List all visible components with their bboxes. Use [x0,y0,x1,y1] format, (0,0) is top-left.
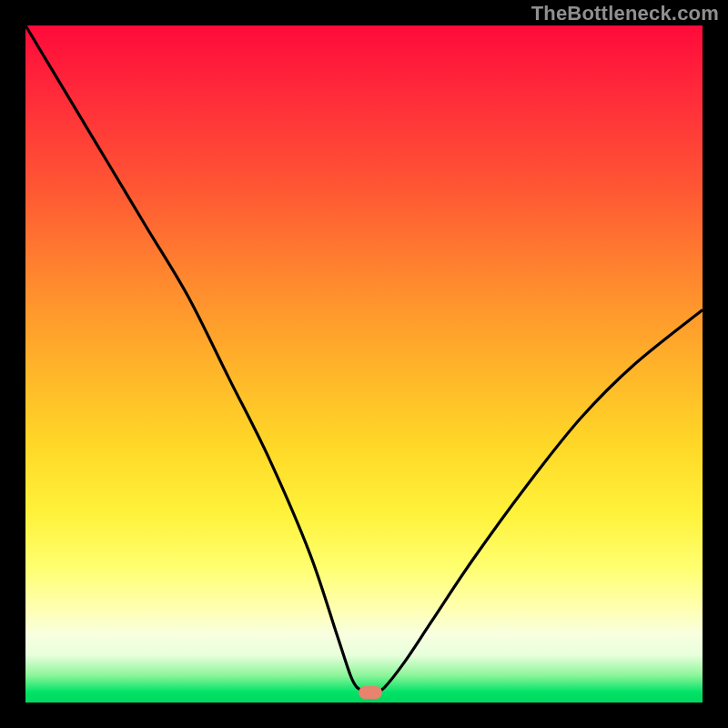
optimum-marker [359,686,382,699]
bottleneck-curve [25,25,703,691]
watermark-text: TheBottleneck.com [531,2,719,25]
curve-layer [25,25,703,703]
chart-frame: TheBottleneck.com [0,0,728,728]
plot-area [25,25,703,703]
